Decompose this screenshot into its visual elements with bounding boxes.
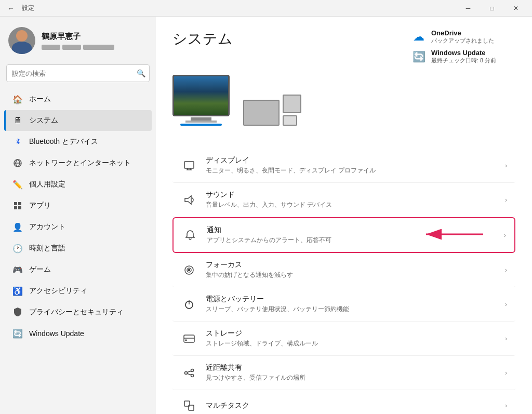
sidebar-item-bluetooth[interactable]: Bluetooth とデバイス: [4, 131, 152, 152]
nearby-name: 近距離共有: [206, 363, 505, 372]
storage-text: ストレージ ストレージ領域、ドライブ、構成ルール: [206, 329, 505, 348]
svg-point-20: [185, 340, 187, 341]
settings-item-focus[interactable]: フォーカス 集中の妨げとなる通知を減らす ›: [172, 253, 515, 287]
settings-item-nearby[interactable]: 近距離共有 見つけやすさ、受信ファイルの場所 ›: [172, 356, 515, 390]
svg-rect-6: [184, 162, 194, 168]
svg-line-24: [187, 371, 191, 372]
title-bar-controls: ─ □ ✕: [456, 0, 528, 17]
close-button[interactable]: ✕: [504, 0, 528, 17]
settings-item-display[interactable]: ディスプレイ モニター、明るさ、夜間モード、ディスプレイ プロファイル ›: [172, 149, 515, 183]
mini-monitor-2: [283, 95, 301, 113]
sidebar-item-home[interactable]: 🏠 ホーム: [4, 89, 152, 110]
storage-desc: ストレージ領域、ドライブ、構成ルール: [206, 339, 505, 348]
settings-item-storage[interactable]: ストレージ ストレージ領域、ドライブ、構成ルール ›: [172, 322, 515, 356]
focus-chevron: ›: [505, 266, 507, 274]
user-badge-3: [83, 45, 114, 50]
notifications-name: 通知: [207, 225, 504, 235]
sidebar-item-system[interactable]: 🖥 システム: [4, 110, 152, 131]
settings-item-power[interactable]: 電源とバッテリー スリープ、バッテリ使用状況、バッテリー節約機能 ›: [172, 287, 515, 322]
sidebar-item-personalization-label: 個人用設定: [29, 180, 65, 189]
svg-rect-3: [18, 202, 21, 205]
sidebar-item-system-label: システム: [29, 116, 58, 125]
notifications-text: 通知 アプリとシステムからのアラート、応答不可: [207, 225, 504, 245]
user-name: 鶴原早恵子: [42, 32, 114, 42]
mini-monitors: [243, 95, 301, 126]
sidebar-item-time-label: 時刻と言語: [29, 244, 65, 253]
onedrive-icon: ☁: [411, 30, 426, 44]
sound-chevron: ›: [505, 196, 507, 204]
display-icon: [181, 157, 197, 174]
user-badge-1: [42, 45, 60, 50]
power-desc: スリープ、バッテリ使用状況、バッテリー節約機能: [206, 305, 505, 314]
nearby-text: 近距離共有 見つけやすさ、受信ファイルの場所: [206, 363, 505, 382]
title-bar-left: ← 設定: [4, 2, 34, 15]
search-box: 🔍: [6, 64, 150, 82]
mini-monitor-small-group: [283, 95, 301, 126]
content-area: システム ☁ OneDrive バックアップされました 🔄 Windows Up…: [156, 17, 532, 414]
display-name: ディスプレイ: [206, 156, 505, 165]
accounts-icon: 👤: [12, 222, 23, 232]
svg-point-23: [191, 374, 194, 377]
sidebar-item-privacy[interactable]: プライバシーとセキュリティ: [4, 302, 152, 323]
multitask-text: マルチタスク: [206, 401, 505, 410]
apps-icon: [12, 201, 23, 211]
avatar-body: [12, 42, 32, 54]
sound-desc: 音量レベル、出力、入力、サウンド デバイス: [206, 201, 505, 209]
main-monitor-group: [172, 75, 230, 126]
focus-desc: 集中の妨げとなる通知を減らす: [206, 271, 505, 279]
settings-item-multitask[interactable]: マルチタスク ›: [172, 390, 515, 414]
sidebar-item-accessibility[interactable]: ♿ アクセシビリティ: [4, 281, 152, 301]
settings-item-notifications[interactable]: 通知 アプリとシステムからのアラート、応答不可 ›: [172, 217, 515, 253]
maximize-button[interactable]: □: [480, 0, 504, 17]
monitor-base: [185, 121, 217, 123]
power-name: 電源とバッテリー: [206, 295, 505, 304]
multitask-icon: [181, 397, 197, 414]
sidebar-item-network[interactable]: ネットワークとインターネット: [4, 153, 152, 173]
search-input[interactable]: [6, 64, 150, 82]
onedrive-text: OneDrive バックアップされました: [431, 29, 494, 45]
power-icon: [181, 296, 197, 313]
onedrive-title: OneDrive: [431, 29, 494, 37]
windows-update-widget[interactable]: 🔄 Windows Update 最終チェック日時: 8 分前: [411, 49, 515, 64]
sidebar-item-personalization[interactable]: ✏️ 個人用設定: [4, 174, 152, 195]
notifications-chevron: ›: [504, 232, 506, 239]
display-text: ディスプレイ モニター、明るさ、夜間モード、ディスプレイ プロファイル: [206, 156, 505, 175]
user-badge-2: [62, 45, 81, 50]
title-bar-title: 設定: [22, 4, 34, 12]
sidebar-item-bluetooth-label: Bluetooth とデバイス: [29, 137, 98, 146]
sidebar-item-windowsupdate[interactable]: 🔄 Windows Update: [4, 323, 152, 344]
monitor-highlight-bar: [180, 124, 222, 126]
onedrive-widget[interactable]: ☁ OneDrive バックアップされました: [411, 29, 515, 45]
minimize-button[interactable]: ─: [456, 0, 480, 17]
sidebar-item-gaming[interactable]: 🎮 ゲーム: [4, 259, 152, 280]
nearby-chevron: ›: [505, 369, 507, 377]
windowsupdate-nav-icon: 🔄: [12, 328, 23, 339]
sidebar-item-time[interactable]: 🕐 時刻と言語: [4, 238, 152, 259]
search-icon: 🔍: [137, 69, 145, 77]
content-header: システム ☁ OneDrive バックアップされました 🔄 Windows Up…: [172, 29, 515, 64]
svg-rect-18: [184, 335, 194, 342]
avatar-head: [16, 30, 28, 42]
nearby-desc: 見つけやすさ、受信ファイルの場所: [206, 373, 505, 382]
svg-point-22: [191, 369, 194, 371]
sidebar-item-windowsupdate-label: Windows Update: [29, 329, 84, 338]
display-desc: モニター、明るさ、夜間モード、ディスプレイ プロファイル: [206, 166, 505, 175]
back-button[interactable]: ←: [4, 2, 18, 15]
privacy-icon: [12, 307, 23, 317]
sidebar-item-accounts[interactable]: 👤 アカウント: [4, 217, 152, 237]
sound-name: サウンド: [206, 190, 505, 199]
svg-point-15: [189, 269, 190, 271]
focus-text: フォーカス 集中の妨げとなる通知を減らす: [206, 260, 505, 279]
sidebar-item-apps[interactable]: アプリ: [4, 195, 152, 216]
svg-rect-4: [14, 206, 17, 209]
power-text: 電源とバッテリー スリープ、バッテリ使用状況、バッテリー節約機能: [206, 295, 505, 314]
sidebar-item-network-label: ネットワークとインターネット: [29, 158, 131, 168]
avatar: [8, 27, 35, 54]
sidebar-item-privacy-label: プライバシーとセキュリティ: [29, 308, 124, 317]
sound-icon: [181, 192, 197, 208]
display-chevron: ›: [505, 162, 507, 169]
notification-icon: [182, 227, 198, 244]
windows-update-icon: 🔄: [411, 49, 426, 64]
settings-item-sound[interactable]: サウンド 音量レベル、出力、入力、サウンド デバイス ›: [172, 183, 515, 217]
multitask-chevron: ›: [505, 402, 507, 409]
